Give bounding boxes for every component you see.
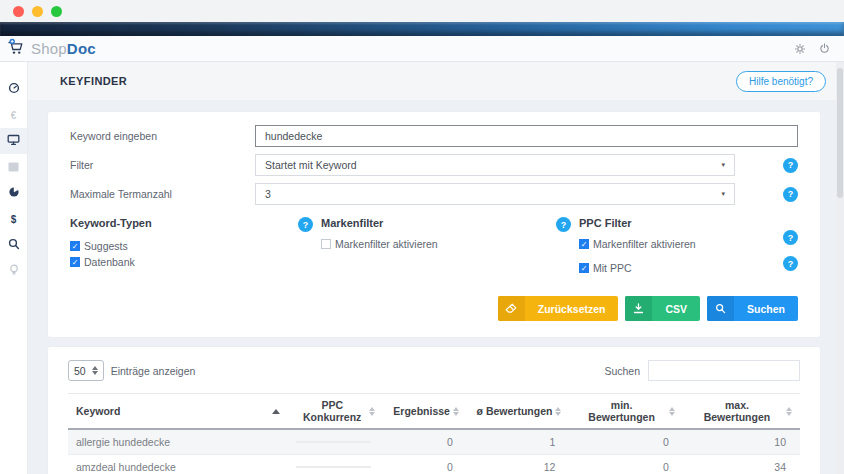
- cell-ppc-konkurrenz: [288, 429, 383, 455]
- filter-select[interactable]: Startet mit Keyword ▾: [255, 154, 735, 176]
- sort-ascending-icon: [272, 409, 280, 414]
- sort-icon: [669, 407, 675, 416]
- column-header-5[interactable]: max. Bewertungen: [683, 394, 800, 430]
- monitor-icon: [7, 132, 20, 150]
- spinner-icon: [92, 366, 98, 375]
- content: Keyword eingeben Filter Startet mit Keyw…: [28, 100, 844, 474]
- keyword-input[interactable]: [255, 125, 798, 147]
- max-terms-select[interactable]: 3 ▾: [255, 183, 735, 205]
- table-header-row: KeywordPPC KonkurrenzErgebnisseø Bewertu…: [68, 394, 800, 430]
- sort-icon: [369, 407, 375, 416]
- table-search-input[interactable]: [648, 360, 800, 381]
- sidebar-item-search[interactable]: [0, 232, 27, 258]
- header-actions: [794, 43, 830, 55]
- cell-avg-bewertungen: 12: [467, 455, 569, 474]
- column-header-4[interactable]: min. Bewertungen: [569, 394, 682, 430]
- column-header-label: Ergebnisse: [393, 405, 450, 417]
- sidebar-item-image[interactable]: [0, 154, 27, 180]
- checkbox-option[interactable]: ✓Suggests: [70, 240, 298, 252]
- sidebar-item-euro[interactable]: €: [0, 102, 27, 128]
- checkbox-label: Mit PPC: [593, 262, 632, 274]
- csv-button[interactable]: CSV: [625, 296, 700, 321]
- app-header: ShopDoc: [0, 36, 844, 62]
- checkbox-label: Markenfilter aktivieren: [335, 238, 438, 250]
- checkbox-option[interactable]: ✓Mit PPC: [579, 262, 696, 274]
- table-row: allergie hundedecke01010: [68, 429, 800, 455]
- cell-keyword: amzdeal hundedecke: [68, 455, 288, 474]
- table-search: Suchen: [604, 360, 800, 381]
- checkbox-option[interactable]: ✓Markenfilter aktivieren: [579, 238, 696, 250]
- column-header-3[interactable]: ø Bewertungen: [467, 394, 569, 430]
- search-icon: [8, 236, 20, 254]
- pie-chart-icon: [8, 184, 20, 202]
- ppc-konkurrenz-bar-low: [296, 441, 371, 443]
- page-length-label: Einträge anzeigen: [111, 365, 196, 377]
- chevron-down-icon: ▾: [721, 190, 725, 198]
- page-title: KEYFINDER: [60, 75, 127, 87]
- column-header-label: min. Bewertungen: [577, 399, 665, 423]
- checkbox-option[interactable]: Markenfilter aktivieren: [321, 238, 438, 250]
- brand-shop: Shop: [31, 40, 67, 57]
- sidebar-item-pricing[interactable]: $: [0, 206, 27, 232]
- cell-min-bewertungen: 0: [569, 429, 682, 455]
- unchecked-checkbox-icon[interactable]: [321, 239, 331, 249]
- page-length-value: 50: [74, 365, 86, 377]
- filter-groups: Keyword-Typen ✓Suggests✓Datenbank ? Mark…: [70, 217, 798, 286]
- sidebar-item-keyfinder[interactable]: [0, 128, 27, 154]
- scrollbar-thumb[interactable]: [837, 68, 843, 198]
- column-header-1[interactable]: PPC Konkurrenz: [288, 394, 383, 430]
- checkbox-option[interactable]: ✓Datenbank: [70, 256, 298, 268]
- checkbox-label: Suggests: [84, 240, 128, 252]
- column-header-2[interactable]: Ergebnisse: [383, 394, 467, 430]
- search-button[interactable]: Suchen: [707, 296, 798, 321]
- vertical-scrollbar[interactable]: [836, 62, 844, 474]
- reset-button[interactable]: Zurücksetzen: [498, 296, 619, 321]
- checkbox-label: Markenfilter aktivieren: [593, 238, 696, 250]
- brand-gradient-bar: [0, 22, 844, 36]
- sidebar: € $: [0, 62, 28, 474]
- sidebar-item-analytics[interactable]: [0, 180, 27, 206]
- cart-icon: [7, 38, 26, 60]
- cell-max-bewertungen: 34: [683, 455, 800, 474]
- sidebar-item-dashboard[interactable]: [0, 76, 27, 102]
- euro-icon: €: [11, 110, 17, 121]
- ppc-filter-help-icon[interactable]: ?: [556, 217, 571, 232]
- image-icon: [8, 158, 19, 176]
- page-length-select[interactable]: 50: [68, 360, 104, 381]
- sidebar-item-ideas[interactable]: [0, 258, 27, 284]
- cell-max-bewertungen: 10: [683, 429, 800, 455]
- power-icon[interactable]: [818, 43, 830, 55]
- search-button-label: Suchen: [734, 296, 798, 321]
- keyword-label: Keyword eingeben: [70, 130, 255, 142]
- ppc-brand-help-icon[interactable]: ?: [783, 230, 798, 245]
- dashboard-icon: [8, 80, 20, 98]
- brand-filter-group: ? Markenfilter Markenfilter aktivieren: [298, 217, 556, 286]
- max-terms-select-value: 3: [265, 188, 271, 200]
- cell-avg-bewertungen: 1: [467, 429, 569, 455]
- zoom-window-button[interactable]: [51, 6, 62, 17]
- search-icon: [707, 296, 734, 321]
- help-button[interactable]: Hilfe benötigt?: [736, 71, 826, 92]
- keyword-row: Keyword eingeben: [70, 125, 798, 147]
- filter-help-icon[interactable]: ?: [783, 158, 798, 173]
- mit-ppc-help-icon[interactable]: ?: [783, 256, 798, 271]
- window-titlebar: [0, 0, 844, 22]
- page-header: KEYFINDER Hilfe benötigt?: [28, 62, 844, 100]
- chevron-down-icon: ▾: [721, 161, 725, 169]
- shopdoc-logo[interactable]: ShopDoc: [7, 38, 96, 60]
- minimize-window-button[interactable]: [32, 6, 43, 17]
- brand-doc: Doc: [67, 40, 96, 57]
- checked-checkbox-icon[interactable]: ✓: [579, 239, 589, 249]
- close-window-button[interactable]: [13, 6, 24, 17]
- gear-icon[interactable]: [794, 43, 806, 55]
- brand-filter-help-icon[interactable]: ?: [298, 217, 313, 232]
- column-header-0[interactable]: Keyword: [68, 394, 288, 430]
- max-terms-help-icon[interactable]: ?: [783, 187, 798, 202]
- checked-checkbox-icon[interactable]: ✓: [70, 257, 80, 267]
- checked-checkbox-icon[interactable]: ✓: [579, 263, 589, 273]
- reset-button-label: Zurücksetzen: [525, 296, 619, 321]
- checked-checkbox-icon[interactable]: ✓: [70, 241, 80, 251]
- brand-filter-heading: Markenfilter: [321, 217, 438, 229]
- cell-ppc-konkurrenz: [288, 455, 383, 474]
- main-area: KEYFINDER Hilfe benötigt? Keyword eingeb…: [28, 62, 844, 474]
